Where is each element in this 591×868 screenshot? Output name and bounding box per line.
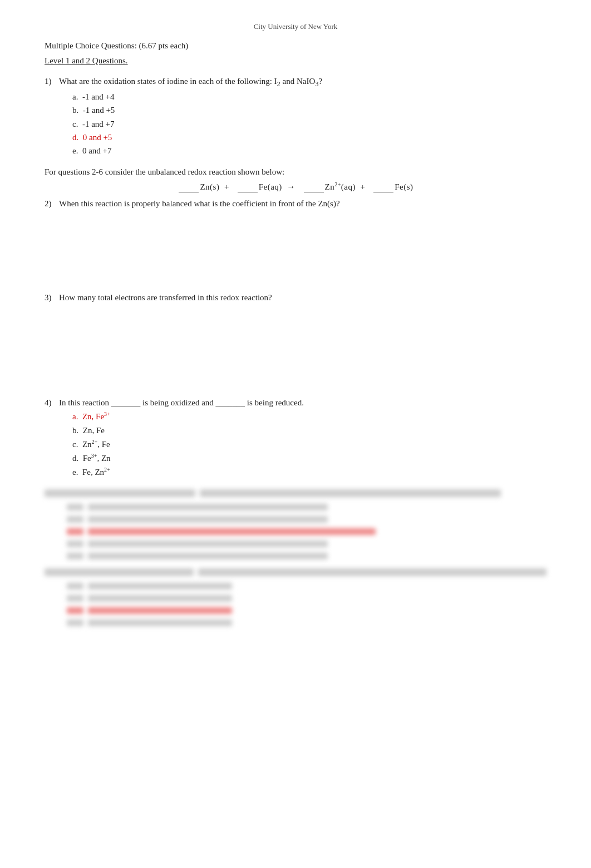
q3-answer-space [45, 305, 546, 388]
blank-4 [373, 182, 393, 192]
question-2-text: 2) When this reaction is properly balanc… [45, 199, 546, 209]
q1-choice-b: b. -1 and +5 [72, 104, 546, 117]
question-2: 2) When this reaction is properly balanc… [45, 199, 546, 283]
q4-choice-a: a. Zn, Fe3+ [72, 410, 546, 423]
question-1-text: 1) What are the oxidation states of iodi… [45, 77, 546, 88]
q1-choice-c: c. -1 and +7 [72, 118, 546, 131]
multiple-choice-intro: Multiple Choice Questions: (6.67 pts eac… [45, 41, 546, 51]
q2-answer-space [45, 211, 546, 283]
level-intro: Level 1 and 2 Questions. [45, 56, 546, 66]
blank-2 [238, 182, 258, 192]
q2-body: When this reaction is properly balanced … [59, 199, 340, 209]
blank-1 [179, 182, 199, 192]
q4-choice-d: d. Fe3+, Zn [72, 452, 546, 465]
q4-number: 4) [45, 398, 57, 408]
q1-choice-e: e. 0 and +7 [72, 145, 546, 157]
q4-choice-e: e. Fe, Zn2+ [72, 465, 546, 479]
question-5-blurred [45, 489, 546, 563]
for-questions-header: For questions 2-6 consider the unbalance… [45, 167, 546, 177]
q4-body: In this reaction _______ is being oxidiz… [59, 398, 304, 408]
question-4: 4) In this reaction _______ is being oxi… [45, 398, 546, 479]
q4-choice-b: b. Zn, Fe [72, 424, 546, 437]
q3-number: 3) [45, 293, 57, 302]
q1-choice-a: a. -1 and +4 [72, 91, 546, 103]
question-1: 1) What are the oxidation states of iodi… [45, 77, 546, 157]
q1-number: 1) [45, 77, 57, 86]
q4-choice-c: c. Zn2+, Fe [72, 438, 546, 451]
q1-choices: a. -1 and +4 b. -1 and +5 c. -1 and +7 d… [72, 91, 546, 157]
q1-choice-d: d. 0 and +5 [72, 131, 546, 144]
redox-equation: Zn(s) + Fe(aq) → Zn2+(aq) + Fe(s) [45, 181, 546, 192]
q1-body: What are the oxidation states of iodine … [59, 77, 322, 88]
q3-body: How many total electrons are transferred… [59, 293, 272, 302]
university-title: City University of New York [254, 22, 338, 31]
q4-choices: a. Zn, Fe3+ b. Zn, Fe c. Zn2+, Fe d. Fe3… [72, 410, 546, 479]
page-header: City University of New York [45, 22, 546, 31]
q2-number: 2) [45, 199, 57, 209]
blank-3 [304, 182, 324, 192]
question-4-text: 4) In this reaction _______ is being oxi… [45, 398, 546, 408]
question-6-blurred [45, 568, 546, 629]
question-3-text: 3) How many total electrons are transfer… [45, 293, 546, 302]
question-3: 3) How many total electrons are transfer… [45, 293, 546, 388]
